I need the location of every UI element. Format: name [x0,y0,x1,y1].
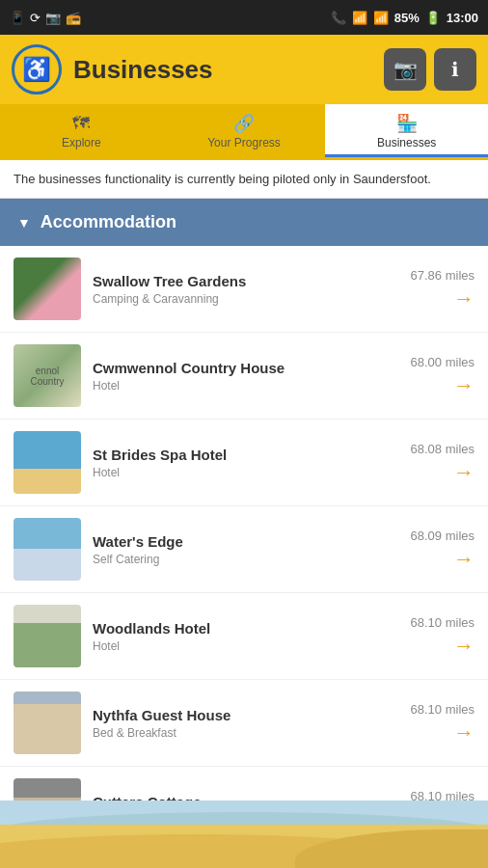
call-icon: 📞 [331,11,346,25]
business-name: Woodlands Hotel [93,619,376,638]
distance-value: 68.09 miles [411,529,474,543]
beach-footer [0,781,488,868]
logo-icon: ♿ [22,56,51,83]
section-arrow: ▼ [17,215,31,231]
info-bar: The businesses functionality is currentl… [0,160,488,199]
list-item[interactable]: Water's Edge Self Catering 68.09 miles → [0,506,488,593]
business-info: Swallow Tree Gardens Camping & Caravanni… [93,272,376,307]
business-thumbnail [14,692,81,754]
navigate-arrow[interactable]: → [453,636,474,657]
business-distance: 68.10 miles → [388,615,474,657]
business-name: St Brides Spa Hotel [93,446,376,465]
business-thumbnail: ennol Country [14,344,81,407]
distance-value: 67.86 miles [411,268,474,283]
status-bar: 📱 ⟳ 📷 📻 📞 📶 📶 85% 🔋 13:00 [0,0,488,35]
section-title: Accommodation [41,212,176,232]
tab-explore-label: Explore [62,136,101,149]
business-info: Nythfa Guest House Bed & Breakfast [93,706,376,741]
business-type: Camping & Caravanning [93,292,376,306]
tab-businesses-label: Businesses [377,136,436,149]
business-type: Bed & Breakfast [93,726,376,740]
business-distance: 68.09 miles → [388,529,474,570]
business-type: Hotel [93,379,376,393]
navigate-arrow[interactable]: → [453,375,474,396]
time: 13:00 [447,11,478,25]
navigate-arrow[interactable]: → [453,462,474,483]
tab-bar: 🗺 Explore 🔗 Your Progress 🏪 Businesses [0,104,488,160]
section-header[interactable]: ▼ Accommodation [0,199,488,246]
header: ♿ Businesses 📷 ℹ [0,35,488,104]
business-info: Water's Edge Self Catering [93,532,376,567]
info-button[interactable]: ℹ [434,48,476,91]
progress-icon: 🔗 [233,113,255,134]
businesses-icon: 🏪 [396,113,418,134]
info-text: The businesses functionality is currentl… [14,172,431,186]
info-icon: ℹ [451,58,459,81]
business-thumbnail [14,605,81,667]
tab-businesses[interactable]: 🏪 Businesses [325,104,488,157]
business-distance: 67.86 miles → [388,268,474,310]
business-type: Self Catering [93,553,376,566]
business-type: Hotel [93,466,376,479]
navigate-arrow[interactable]: → [453,549,474,570]
business-thumbnail [14,258,81,320]
business-distance: 68.10 miles → [388,702,474,744]
business-name: Nythfa Guest House [93,706,376,725]
business-name: Cwmwennol Country House [93,359,376,378]
signal-icon: 📶 [373,11,389,25]
list-item[interactable]: Woodlands Hotel Hotel 68.10 miles → [0,593,488,680]
business-thumbnail [14,518,81,581]
navigate-arrow[interactable]: → [453,722,474,744]
business-list: Swallow Tree Gardens Camping & Caravanni… [0,246,488,854]
navigate-arrow[interactable]: → [453,288,474,310]
list-item[interactable]: ennol Country Cwmwennol Country House Ho… [0,333,488,420]
business-distance: 68.00 miles → [388,355,474,396]
tab-explore[interactable]: 🗺 Explore [0,104,163,157]
screenshot-icon: 📷 [45,11,61,25]
wifi-icon: 📶 [352,11,367,25]
explore-icon: 🗺 [72,114,90,134]
list-item[interactable]: Nythfa Guest House Bed & Breakfast 68.10… [0,680,488,767]
business-name: Swallow Tree Gardens [93,272,376,291]
list-item[interactable]: St Brides Spa Hotel Hotel 68.08 miles → [0,420,488,506]
header-left: ♿ Businesses [12,44,213,95]
battery-icon: 🔋 [425,11,441,25]
header-actions: 📷 ℹ [384,48,476,91]
status-right-icons: 📞 📶 📶 85% 🔋 13:00 [331,11,478,25]
business-distance: 68.08 miles → [388,442,474,483]
sync-icon: ⟳ [30,11,41,25]
business-info: St Brides Spa Hotel Hotel [93,446,376,480]
list-item[interactable]: Swallow Tree Gardens Camping & Caravanni… [0,246,488,333]
battery-percent: 85% [394,11,420,25]
distance-value: 68.00 miles [411,355,474,369]
logo: ♿ [12,44,62,95]
page-title: Businesses [73,55,213,85]
business-info: Cwmwennol Country House Hotel [93,359,376,393]
business-name: Water's Edge [93,532,376,552]
sim-icon: 📱 [10,11,25,25]
distance-value: 68.10 miles [411,702,474,717]
status-left-icons: 📱 ⟳ 📷 📻 [10,11,81,25]
business-info: Woodlands Hotel Hotel [93,619,376,654]
business-type: Hotel [93,639,376,653]
camera-icon: 📷 [393,58,418,81]
distance-value: 68.08 miles [411,442,474,456]
tab-progress-label: Your Progress [207,136,281,149]
voicemail-icon: 📻 [66,11,81,25]
tab-your-progress[interactable]: 🔗 Your Progress [163,104,326,157]
camera-button[interactable]: 📷 [384,48,426,91]
distance-value: 68.10 miles [411,615,474,630]
business-thumbnail [14,431,81,494]
